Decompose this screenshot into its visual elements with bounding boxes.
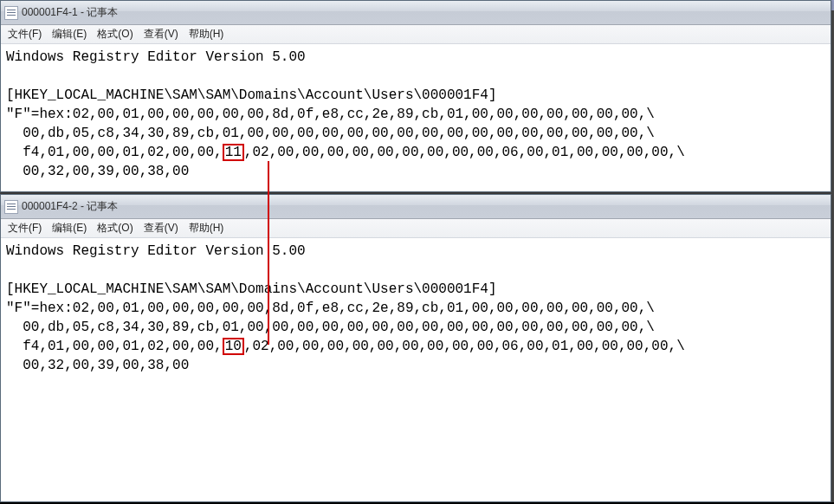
text-line: [HKEY_LOCAL_MACHINE\SAM\SAM\Domains\Acco… — [6, 86, 825, 105]
text-line: 00,32,00,39,00,38,00 — [6, 162, 825, 181]
text-line: 00,db,05,c8,34,30,89,cb,01,00,00,00,00,0… — [6, 124, 825, 143]
menu-view[interactable]: 查看(V) — [139, 219, 184, 237]
menu-file[interactable]: 文件(F) — [3, 219, 47, 237]
text-line: f4,01,00,00,01,02,00,00,10,02,00,00,00,0… — [6, 337, 825, 356]
menubar: 文件(F) 编辑(E) 格式(O) 查看(V) 帮助(H) — [1, 25, 831, 44]
menu-view[interactable]: 查看(V) — [139, 25, 184, 43]
menu-file[interactable]: 文件(F) — [3, 25, 47, 43]
text-line: "F"=hex:02,00,01,00,00,00,00,00,8d,0f,e8… — [6, 299, 825, 318]
text-line: 00,db,05,c8,34,30,89,cb,01,00,00,00,00,0… — [6, 318, 825, 337]
menu-edit[interactable]: 编辑(E) — [47, 25, 92, 43]
notepad-icon — [4, 6, 18, 20]
text-line — [6, 67, 825, 86]
notepad-window-2: 000001F4-2 - 记事本 文件(F) 编辑(E) 格式(O) 查看(V)… — [0, 194, 831, 502]
text-content[interactable]: Windows Registry Editor Version 5.00 [HK… — [1, 238, 831, 501]
text-content[interactable]: Windows Registry Editor Version 5.00 [HK… — [1, 44, 831, 191]
notepad-icon — [4, 200, 18, 214]
menu-format[interactable]: 格式(O) — [92, 219, 138, 237]
titlebar[interactable]: 000001F4-2 - 记事本 — [1, 195, 831, 219]
highlighted-byte: 11 — [223, 144, 244, 161]
titlebar[interactable]: 000001F4-1 - 记事本 — [1, 1, 831, 25]
text-line: Windows Registry Editor Version 5.00 — [6, 242, 825, 261]
menubar: 文件(F) 编辑(E) 格式(O) 查看(V) 帮助(H) — [1, 219, 831, 238]
text-line — [6, 261, 825, 280]
menu-format[interactable]: 格式(O) — [92, 25, 138, 43]
window-title: 000001F4-2 - 记事本 — [22, 199, 118, 214]
text-line: 00,32,00,39,00,38,00 — [6, 356, 825, 375]
highlighted-byte: 10 — [223, 338, 244, 355]
text-line: [HKEY_LOCAL_MACHINE\SAM\SAM\Domains\Acco… — [6, 280, 825, 299]
notepad-window-1: 000001F4-1 - 记事本 文件(F) 编辑(E) 格式(O) 查看(V)… — [0, 0, 831, 192]
diff-connector-line — [268, 161, 269, 345]
window-title: 000001F4-1 - 记事本 — [22, 5, 118, 20]
text-line: f4,01,00,00,01,02,00,00,11,02,00,00,00,0… — [6, 143, 825, 162]
menu-edit[interactable]: 编辑(E) — [47, 219, 92, 237]
text-line: "F"=hex:02,00,01,00,00,00,00,00,8d,0f,e8… — [6, 105, 825, 124]
menu-help[interactable]: 帮助(H) — [184, 25, 230, 43]
menu-help[interactable]: 帮助(H) — [184, 219, 230, 237]
text-line: Windows Registry Editor Version 5.00 — [6, 48, 825, 67]
